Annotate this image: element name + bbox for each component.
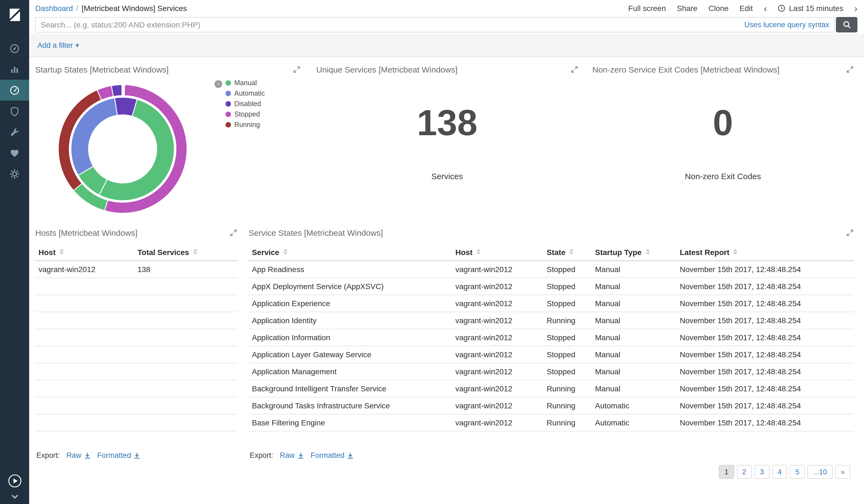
services-table-cell: Background Intelligent Transfer Service [249,380,452,397]
panel-startup-states: Startup States [Metricbeat Windows] › Ma… [31,62,305,222]
hosts-table-empty-row [35,312,237,329]
metric-label: Services [316,171,578,181]
services-table-row: Background Tasks Infrastructure Servicev… [249,397,854,414]
expand-panel-icon[interactable] [293,66,300,73]
hosts-column-host[interactable]: Host [35,244,134,261]
sidebar-item-dashboard[interactable] [0,80,29,101]
services-table-row: Background Intelligent Transfer Servicev… [249,380,854,397]
sidebar-item-timelion[interactable] [0,101,29,122]
export-formatted-link[interactable]: Formatted [311,451,354,459]
kibana-logo[interactable] [0,0,29,29]
panel-hosts: Hosts [Metricbeat Windows] Host Total Se… [31,225,241,483]
hosts-table-empty-row [35,397,237,414]
services-table-cell: Automatic [592,414,676,431]
page-button-1[interactable]: 1 [719,465,734,479]
services-table-cell: vagrant-win2012 [452,295,543,312]
sidebar-item-discover[interactable] [0,38,29,59]
services-table-cell: Stopped [543,261,592,278]
sort-icon [733,249,737,255]
services-table-cell: AppX Deployment Service (AppXSVC) [249,278,452,295]
lucene-syntax-link[interactable]: Uses lucene query syntax [744,21,829,29]
services-table-cell: Manual [592,380,676,397]
clock-icon [778,4,785,12]
expand-panel-icon[interactable] [571,66,578,73]
sidebar-item-monitoring[interactable] [0,142,29,163]
export-label: Export: [36,451,60,459]
search-button[interactable] [836,17,857,33]
export-formatted-link[interactable]: Formatted [97,451,141,459]
legend-item-stopped[interactable]: Stopped [226,109,265,119]
legend-item-manual[interactable]: Manual [226,77,265,88]
sidebar-item-dev-tools[interactable] [0,122,29,142]
sort-icon [476,249,481,255]
legend-item-disabled[interactable]: Disabled [226,98,265,109]
search-input[interactable] [35,17,835,33]
page-button-10[interactable]: ...10 [808,465,833,479]
full-screen-button[interactable]: Full screen [628,4,666,13]
pagination: 12345...10» [719,465,850,479]
breadcrumb-current: [Metricbeat Windows] Services [82,4,187,13]
page-button-4[interactable]: 4 [772,465,787,479]
services-column-latest-report[interactable]: Latest Report [676,244,854,261]
page-button-2[interactable]: 2 [737,465,752,479]
hosts-table-empty-row [35,346,237,363]
services-table-cell: Running [543,397,592,414]
share-button[interactable]: Share [677,4,697,13]
metric-label: Non-zero Exit Codes [592,171,854,181]
services-column-state[interactable]: State [543,244,592,261]
services-table-cell: Automatic [592,397,676,414]
edit-button[interactable]: Edit [740,4,753,13]
filter-bar: Add a filter+ [29,34,864,57]
services-table-cell: vagrant-win2012 [452,346,543,363]
expand-panel-icon[interactable] [230,229,237,236]
services-table-cell: Base Filtering Engine [249,414,452,431]
services-table-cell: vagrant-win2012 [452,363,543,380]
services-table-cell: November 15th 2017, 12:48:48.254 [676,380,854,397]
add-filter-button[interactable]: Add a filter+ [37,41,80,49]
legend-item-running[interactable]: Running [226,119,265,130]
expand-panel-icon[interactable] [847,66,854,73]
services-export-row: Export: Raw Formatted [250,451,854,459]
sort-icon [283,249,288,255]
time-back-button[interactable]: ‹ [764,3,767,13]
export-raw-link[interactable]: Raw [67,451,91,459]
services-table-row: AppX Deployment Service (AppXSVC)vagrant… [249,278,854,295]
page-button-3[interactable]: 3 [755,465,769,479]
hosts-column-total-services[interactable]: Total Services [134,244,237,261]
panel-unique-services: Unique Services [Metricbeat Windows] 138… [312,62,583,222]
services-column-host[interactable]: Host [452,244,543,261]
services-column-service[interactable]: Service [249,244,452,261]
collapse-sidebar-button[interactable] [8,474,22,490]
page-button-[interactable]: » [836,465,850,479]
legend-toggle-icon[interactable]: › [215,80,222,88]
services-column-startup-type[interactable]: Startup Type [592,244,676,261]
hosts-table-empty-row [35,295,237,312]
services-table-cell: November 15th 2017, 12:48:48.254 [676,278,854,295]
time-picker-button[interactable]: Last 15 minutes [778,4,843,13]
services-table-cell: App Readiness [249,261,452,278]
kibana-logo-icon [6,6,23,23]
services-table-cell: November 15th 2017, 12:48:48.254 [676,346,854,363]
services-table-cell: Manual [592,312,676,329]
panel-title: Hosts [Metricbeat Windows] [35,228,137,237]
sidebar-item-visualize[interactable] [0,59,29,80]
services-table-cell: vagrant-win2012 [452,261,543,278]
pie-segment-disabled[interactable] [111,85,122,97]
services-table-cell: vagrant-win2012 [452,414,543,431]
time-range-label: Last 15 minutes [789,4,843,13]
export-raw-link[interactable]: Raw [280,451,304,459]
legend-item-automatic[interactable]: Automatic [226,88,265,98]
expand-panel-icon[interactable] [847,229,854,236]
heartbeat-icon [9,147,20,159]
page-button-5[interactable]: 5 [790,465,805,479]
breadcrumb-dashboard-link[interactable]: Dashboard [35,4,73,13]
services-table-cell: Running [543,414,592,431]
clone-button[interactable]: Clone [708,4,729,13]
sidebar-item-management[interactable] [0,163,29,184]
panel-title: Unique Services [Metricbeat Windows] [316,65,458,74]
sidebar-chevron-button[interactable] [11,492,18,501]
download-icon [84,452,91,459]
time-forward-button[interactable]: › [854,3,857,13]
legend-label: Manual [234,79,257,87]
sort-icon [569,249,574,255]
